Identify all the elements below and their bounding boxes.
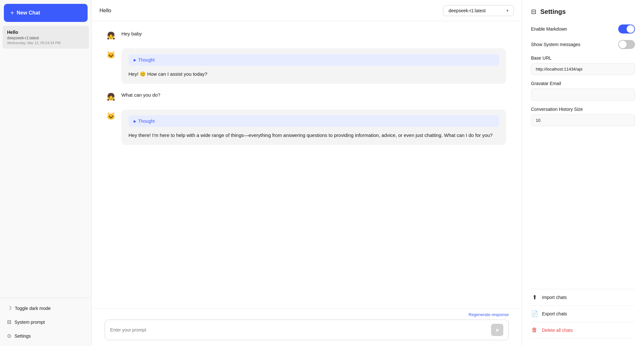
- thought-label: Thought: [138, 57, 155, 62]
- chat-input-area: Regenerate response ➤: [92, 308, 522, 346]
- show-system-messages-toggle[interactable]: [618, 40, 635, 49]
- message-bubble: Hey baby: [121, 29, 506, 36]
- message-row: 🐱▶ ThoughtHey! 😊 How can I assist you to…: [105, 48, 509, 84]
- new-chat-label: New Chat: [17, 10, 40, 16]
- import-chats-label: Import chats: [542, 295, 567, 300]
- delete-chats-label: Delete all chats: [542, 328, 573, 333]
- import-chats-icon: ⬆: [531, 294, 538, 301]
- user-message-text: What can you do?: [121, 92, 160, 98]
- message-bubble: What can you do?: [121, 90, 506, 98]
- enable-markdown-row: Enable Markdown: [531, 24, 635, 34]
- delete-chats-icon: 🗑: [531, 327, 538, 333]
- prompt-input[interactable]: [110, 327, 488, 332]
- message-bubble: ▶ ThoughtHey there! I'm here to help wit…: [121, 110, 506, 145]
- send-button[interactable]: ➤: [491, 324, 503, 336]
- base-url-section: Base URL: [531, 55, 635, 81]
- message-row: 👧Hey baby: [105, 29, 509, 42]
- message-bubble: ▶ ThoughtHey! 😊 How can I assist you tod…: [121, 48, 506, 84]
- sidebar: + New Chat Hello deepseek-r1:latest Wedn…: [0, 0, 92, 346]
- chat-history-list: Hello deepseek-r1:latest Wednesday, Mar …: [0, 26, 91, 298]
- settings-panel: ⊟ Settings Enable Markdown Show System m…: [522, 0, 644, 346]
- settings-panel-title: Settings: [540, 8, 566, 15]
- dark-mode-icon: ☽: [7, 305, 12, 311]
- chat-item-model: deepseek-r1:latest: [7, 36, 84, 40]
- chevron-down-icon: ▾: [507, 8, 508, 13]
- sidebar-settings-button[interactable]: ⊙ Settings: [3, 329, 89, 343]
- chat-item-title: Hello: [7, 30, 84, 35]
- history-size-section: Conversation History Size: [531, 107, 635, 132]
- thought-triangle-icon: ▶: [134, 119, 136, 123]
- settings-panel-icon: ⊟: [531, 8, 536, 15]
- export-chats-icon: 📄: [531, 310, 538, 317]
- settings-import-chats-row[interactable]: ⬆ Import chats: [531, 289, 635, 305]
- chat-header: Hello deepseek-r1:latest ▾: [92, 0, 522, 21]
- avatar: 👧: [105, 30, 117, 42]
- model-select[interactable]: deepseek-r1:latest ▾: [443, 5, 514, 16]
- assistant-message-text: Hey! 😊 How can I assist you today?: [128, 70, 499, 78]
- settings-header: ⊟ Settings: [531, 8, 635, 15]
- model-select-value: deepseek-r1:latest: [449, 8, 486, 13]
- thought-box[interactable]: ▶ Thought: [128, 54, 499, 66]
- enable-markdown-label: Enable Markdown: [531, 26, 567, 32]
- history-size-label: Conversation History Size: [531, 107, 635, 112]
- gravatar-section: Gravatar Email: [531, 81, 635, 107]
- assistant-message-box: ▶ ThoughtHey there! I'm here to help wit…: [121, 110, 506, 145]
- base-url-label: Base URL: [531, 55, 635, 61]
- show-system-messages-label: Show System messages: [531, 42, 580, 47]
- thought-box[interactable]: ▶ Thought: [128, 115, 499, 127]
- settings-export-chats-row[interactable]: 📄 Export chats: [531, 305, 635, 322]
- settings-label: Settings: [14, 333, 31, 339]
- input-row: ➤: [105, 320, 509, 340]
- user-message-text: Hey baby: [121, 31, 142, 36]
- settings-delete-chats-row[interactable]: 🗑 Delete all chats: [531, 322, 635, 338]
- sidebar-bottom: ☽ Toggle dark mode ⊟ System prompt ⊙ Set…: [0, 298, 91, 346]
- sidebar-system-prompt-button[interactable]: ⊟ System prompt: [3, 315, 89, 329]
- settings-icon: ⊙: [7, 333, 11, 339]
- chat-item-date: Wednesday, Mar 12, 05:24:34 PM: [7, 41, 84, 45]
- thought-triangle-icon: ▶: [134, 58, 136, 62]
- avatar: 🐱: [105, 110, 117, 122]
- chat-history-item[interactable]: Hello deepseek-r1:latest Wednesday, Mar …: [3, 26, 89, 49]
- send-icon: ➤: [495, 327, 499, 333]
- new-chat-button[interactable]: + New Chat: [4, 4, 88, 22]
- message-row: 🐱▶ ThoughtHey there! I'm here to help wi…: [105, 110, 509, 145]
- gravatar-input[interactable]: [531, 89, 635, 101]
- regenerate-link-row: Regenerate response: [105, 312, 509, 317]
- enable-markdown-toggle[interactable]: [618, 24, 635, 34]
- assistant-message-text: Hey there! I'm here to help with a wide …: [128, 131, 499, 139]
- sidebar-dark-mode-button[interactable]: ☽ Toggle dark mode: [3, 301, 89, 315]
- messages-container: 👧Hey baby🐱▶ ThoughtHey! 😊 How can I assi…: [92, 21, 522, 308]
- main-chat-area: Hello deepseek-r1:latest ▾ 👧Hey baby🐱▶ T…: [92, 0, 522, 346]
- assistant-message-box: ▶ ThoughtHey! 😊 How can I assist you tod…: [121, 48, 506, 84]
- history-size-input[interactable]: [531, 114, 635, 126]
- dark-mode-label: Toggle dark mode: [15, 306, 51, 311]
- base-url-input[interactable]: [531, 63, 635, 75]
- gravatar-label: Gravatar Email: [531, 81, 635, 86]
- chat-header-title: Hello: [99, 8, 111, 14]
- avatar: 👧: [105, 91, 117, 103]
- system-prompt-label: System prompt: [14, 320, 45, 325]
- regenerate-response-link[interactable]: Regenerate response: [469, 312, 509, 317]
- system-prompt-icon: ⊟: [7, 319, 11, 325]
- message-row: 👧What can you do?: [105, 90, 509, 103]
- thought-label: Thought: [138, 119, 155, 124]
- show-system-messages-row: Show System messages: [531, 40, 635, 49]
- avatar: 🐱: [105, 49, 117, 61]
- export-chats-label: Export chats: [542, 311, 567, 316]
- new-chat-plus-icon: +: [10, 10, 14, 16]
